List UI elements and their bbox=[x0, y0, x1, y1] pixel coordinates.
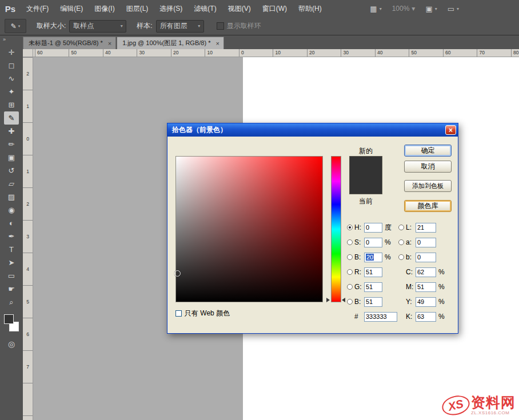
menu-item[interactable]: 选择(S) bbox=[154, 0, 188, 17]
screen-mode-icon[interactable]: ▭ ▾ bbox=[448, 5, 459, 13]
view-extras-icon[interactable]: ▣ ▾ bbox=[425, 5, 437, 13]
menu-item[interactable]: 窗口(W) bbox=[257, 0, 293, 17]
brightness-input[interactable]: 20 bbox=[364, 253, 382, 262]
zoom-tool[interactable]: ⌕ bbox=[4, 295, 19, 309]
blue-input[interactable]: 51 bbox=[364, 297, 382, 307]
s-radio[interactable] bbox=[347, 239, 353, 245]
color-field-marker[interactable] bbox=[174, 270, 181, 277]
a-input[interactable]: 0 bbox=[416, 238, 436, 247]
dialog-title-bar[interactable]: 拾色器（前景色） bbox=[167, 123, 458, 137]
l-radio[interactable] bbox=[398, 225, 404, 230]
tab-label: 未标题-1 @ 50%(RGB/8) * bbox=[29, 39, 103, 47]
menu-item[interactable]: 图像(I) bbox=[89, 0, 120, 17]
h-input[interactable]: 0 bbox=[364, 223, 382, 233]
menu-item[interactable]: 文件(F) bbox=[21, 0, 54, 17]
color-swatches bbox=[4, 314, 19, 331]
r-input[interactable]: 51 bbox=[364, 267, 382, 277]
sample-size-dropdown[interactable]: 取样点 ▾ bbox=[69, 20, 126, 33]
ruler-label: 10 bbox=[206, 49, 240, 57]
lasso-tool[interactable]: ∿ bbox=[4, 72, 19, 85]
color-libraries-button[interactable]: 颜色库 bbox=[404, 200, 452, 212]
add-to-swatches-button[interactable]: 添加到色板 bbox=[404, 180, 452, 192]
arrange-documents-icon[interactable]: ▦ ▾ bbox=[370, 5, 381, 13]
zoom-level-dropdown[interactable]: 100% ▾ bbox=[392, 5, 416, 13]
lab-b-radio[interactable] bbox=[398, 254, 404, 260]
foreground-color-swatch[interactable] bbox=[4, 314, 14, 324]
cancel-button[interactable]: 取消 bbox=[404, 161, 452, 173]
s-input[interactable]: 0 bbox=[364, 238, 382, 247]
current-color-preview[interactable] bbox=[350, 175, 382, 194]
blue-radio[interactable] bbox=[347, 299, 353, 305]
new-current-swatch bbox=[349, 156, 382, 194]
brush-tool[interactable]: ✏ bbox=[4, 138, 19, 151]
m-input[interactable]: 51 bbox=[416, 282, 436, 292]
h-radio[interactable] bbox=[347, 225, 353, 230]
ruler-label: 5 bbox=[23, 299, 33, 331]
field-row-r: R: 51 bbox=[347, 266, 397, 278]
quick-selection-tool[interactable]: ✦ bbox=[4, 85, 19, 98]
menu-item[interactable]: 图层(L) bbox=[121, 0, 154, 17]
gradient-tool[interactable]: ▨ bbox=[4, 190, 19, 203]
ruler-label: 80 bbox=[512, 49, 519, 57]
healing-brush-tool[interactable]: ✚ bbox=[4, 125, 19, 138]
watermark: XS 资料网 ZL.XS1616.COM bbox=[442, 395, 516, 415]
hue-slider-arrow-left[interactable] bbox=[326, 298, 330, 302]
blur-tool[interactable]: ◉ bbox=[4, 203, 19, 217]
menu-item[interactable]: 视图(V) bbox=[222, 0, 257, 17]
menu-item[interactable]: 帮助(H) bbox=[293, 0, 328, 17]
ruler-label: 30 bbox=[342, 49, 376, 57]
show-sampling-ring-checkbox[interactable]: 显示取样环 bbox=[217, 21, 261, 31]
k-input[interactable]: 63 bbox=[416, 312, 436, 322]
menu-item[interactable]: 编辑(E) bbox=[54, 0, 89, 17]
sample-label: 样本: bbox=[137, 21, 152, 31]
checkbox-icon[interactable] bbox=[175, 310, 182, 317]
crop-tool[interactable]: ⊞ bbox=[4, 98, 19, 111]
photoshop-logo[interactable]: Ps bbox=[0, 4, 21, 14]
eyedropper-tool[interactable]: ✎ bbox=[4, 111, 19, 125]
document-tab[interactable]: 1.jpg @ 100%(图层 1, RGB/8) * × bbox=[117, 37, 224, 49]
tab-close-icon[interactable]: × bbox=[108, 40, 111, 47]
quick-mask-icon[interactable]: ◎ bbox=[8, 339, 15, 349]
clone-stamp-tool[interactable]: ▣ bbox=[4, 151, 19, 164]
hex-input[interactable]: 333333 bbox=[364, 312, 397, 322]
pen-tool[interactable]: ✒ bbox=[4, 230, 19, 243]
c-input[interactable]: 62 bbox=[416, 267, 436, 277]
eyedropper-preset-button[interactable]: ✎ ▾ bbox=[5, 19, 26, 33]
g-input[interactable]: 51 bbox=[364, 282, 382, 292]
l-input[interactable]: 21 bbox=[416, 223, 436, 233]
r-radio[interactable] bbox=[347, 269, 353, 275]
field-row-h: H: 0 度 bbox=[347, 222, 397, 233]
hue-slider[interactable] bbox=[331, 156, 341, 302]
checkbox-icon[interactable] bbox=[217, 22, 224, 30]
collapse-toolbar-icon[interactable]: » bbox=[0, 35, 23, 43]
hue-slider-arrow-right[interactable] bbox=[342, 298, 345, 302]
hsb-rgb-fields: H: 0 度 S: 0 % B: 20 % R: 51 G: 51 B: bbox=[347, 222, 397, 326]
type-tool[interactable]: T bbox=[4, 243, 19, 256]
chevron-down-icon: ▾ bbox=[380, 6, 382, 11]
hand-tool[interactable]: ☛ bbox=[4, 282, 19, 295]
brightness-radio[interactable] bbox=[347, 254, 353, 260]
g-radio[interactable] bbox=[347, 284, 353, 290]
color-field[interactable] bbox=[175, 156, 323, 302]
a-radio[interactable] bbox=[398, 239, 404, 245]
web-colors-checkbox[interactable]: 只有 Web 颜色 bbox=[175, 309, 230, 318]
chevron-down-icon: ▾ bbox=[117, 23, 126, 29]
hex-label: # bbox=[354, 313, 364, 321]
y-input[interactable]: 49 bbox=[416, 297, 436, 307]
history-brush-tool[interactable]: ↺ bbox=[4, 164, 19, 177]
k-label: K: bbox=[406, 313, 416, 321]
y-unit: % bbox=[438, 298, 445, 306]
tab-close-icon[interactable]: × bbox=[215, 40, 219, 47]
menu-item[interactable]: 滤镜(T) bbox=[188, 0, 222, 17]
eraser-tool[interactable]: ▱ bbox=[4, 177, 19, 190]
move-tool[interactable]: ✛ bbox=[4, 46, 19, 59]
ok-button[interactable]: 确定 bbox=[404, 145, 452, 157]
document-tab[interactable]: 未标题-1 @ 50%(RGB/8) * × bbox=[23, 37, 116, 49]
marquee-tool[interactable]: ◻ bbox=[4, 59, 19, 72]
close-icon[interactable]: × bbox=[445, 125, 456, 135]
lab-b-input[interactable]: 0 bbox=[416, 253, 436, 262]
shape-tool[interactable]: ▭ bbox=[4, 269, 19, 282]
sample-layers-dropdown[interactable]: 所有图层 ▾ bbox=[156, 20, 204, 33]
dodge-tool[interactable]: ◐ bbox=[4, 217, 19, 230]
path-selection-tool[interactable]: ➤ bbox=[4, 256, 19, 269]
